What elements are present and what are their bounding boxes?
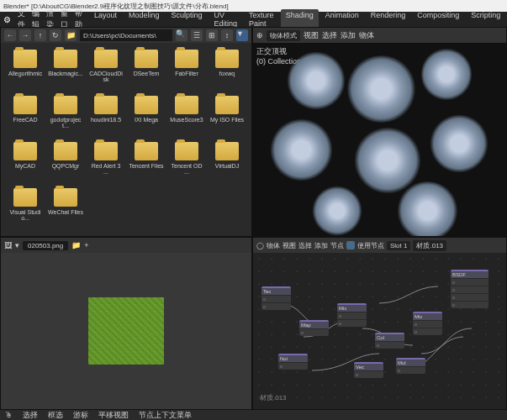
refresh-button[interactable]: ↻ xyxy=(50,29,61,41)
folder-item[interactable]: houdini18.5 xyxy=(87,94,125,139)
folder-label: CADCloudDisk xyxy=(88,71,124,82)
back-button[interactable]: ← xyxy=(4,29,16,41)
editor-type-icon[interactable]: ◯ xyxy=(256,242,264,249)
folder-grid: AllegorithmicBlackmagic...CADCloudDiskDS… xyxy=(1,43,251,236)
folder-label: Tencent Files xyxy=(129,163,163,169)
folder-item[interactable]: FabFilter xyxy=(167,48,206,92)
up-button[interactable]: ↑ xyxy=(34,29,46,41)
folder-label: My ISO Files xyxy=(210,117,244,123)
folder-item[interactable]: QQPCMgr xyxy=(46,140,85,185)
folder-item[interactable]: MuseScore3 xyxy=(167,94,206,139)
use-nodes-label: 使用节点 xyxy=(357,241,384,250)
material-breadcrumb: 材质.013 xyxy=(260,393,287,402)
viewport-3d[interactable]: 正交顶视(0) Collection xyxy=(253,43,506,237)
folder-label: IXI Mega xyxy=(135,117,158,123)
folder-label: Blackmagic... xyxy=(48,71,83,76)
folder-item[interactable]: DSeeTem xyxy=(127,48,166,92)
node-menu-node[interactable]: 节点 xyxy=(330,241,344,250)
top-menu-bar: ⚙ 文件 编辑 渲染 窗口 帮助 Layout Modeling Sculpti… xyxy=(0,12,507,27)
shader-node[interactable]: Noi○ xyxy=(278,354,308,370)
shader-node[interactable]: Vec○ xyxy=(354,362,383,378)
folder-icon xyxy=(215,50,239,68)
status-bar: 🖱 选择 框选 游标 平移视图 节点上下文菜单 xyxy=(0,410,507,420)
vp-menu-view[interactable]: 视图 xyxy=(304,30,319,41)
node-editor-pane: ◯ 物体 视图 选择 添加 节点 使用节点 Slot 1 材质.013 Tex○… xyxy=(252,237,507,410)
folder-label: FabFilter xyxy=(175,71,198,76)
status-cursor: 游标 xyxy=(73,410,88,421)
folder-icon xyxy=(175,50,198,68)
folder-icon xyxy=(54,188,77,207)
status-box: 框选 xyxy=(48,410,63,421)
folder-icon xyxy=(94,142,118,160)
folder-icon xyxy=(175,96,198,114)
vp-menu-object[interactable]: 物体 xyxy=(359,30,374,41)
folder-icon xyxy=(54,50,77,68)
folder-item[interactable]: Allegorithmic xyxy=(6,48,45,92)
node-menu-view[interactable]: 视图 xyxy=(283,241,296,250)
folder-label: godotproject... xyxy=(48,117,83,129)
mode-dropdown[interactable]: 物体模式 xyxy=(267,30,300,41)
use-nodes-checkbox[interactable] xyxy=(346,241,355,249)
folder-item[interactable]: MyCAD xyxy=(6,140,45,185)
folder-item[interactable]: Tencent OD ... xyxy=(167,140,206,185)
material-dropdown[interactable]: 材质.013 xyxy=(413,240,446,251)
filter-icon[interactable]: ▼ xyxy=(236,29,248,41)
folder-icon xyxy=(94,96,118,114)
path-input[interactable]: D:\Users\pc\Documents\ xyxy=(80,29,172,41)
viewport-pane: ⊕ 物体模式 视图 选择 添加 物体 正交顶视(0) Collection xyxy=(252,27,507,237)
shader-node[interactable]: Mix○○ xyxy=(337,303,367,327)
folder-icon xyxy=(13,142,37,160)
image-canvas[interactable] xyxy=(1,253,251,409)
folder-icon xyxy=(135,96,158,114)
vp-menu-select[interactable]: 选择 xyxy=(322,30,337,41)
folder-item[interactable]: Tencent Files xyxy=(127,140,166,185)
folder-icon xyxy=(215,96,239,114)
shader-node[interactable]: Map○ xyxy=(299,320,329,336)
status-plane: 平移视图 xyxy=(98,410,129,421)
image-browse-icon[interactable]: 📁 xyxy=(71,241,81,249)
editor-type-icon[interactable]: ⊕ xyxy=(256,31,263,39)
folder-item[interactable]: Visual Studio... xyxy=(6,186,45,231)
new-folder-button[interactable]: 📁 xyxy=(65,29,77,41)
folder-item[interactable]: My ISO Files xyxy=(208,94,246,139)
image-editor-header: 🖼 ▾ 020503.png 📁 + xyxy=(1,238,251,253)
folder-item[interactable]: Red Alert 3 ... xyxy=(87,140,125,185)
folder-label: VirtualDJ xyxy=(215,163,239,169)
shader-node[interactable]: Mul○ xyxy=(396,358,425,374)
file-browser-header: ← → ↑ ↻ 📁 D:\Users\pc\Documents\ 🔍 ☰ ⊞ ↕… xyxy=(1,28,251,43)
image-view-menu[interactable]: ▾ xyxy=(15,241,19,249)
shader-node[interactable]: Col○ xyxy=(375,333,404,349)
folder-icon xyxy=(215,142,239,160)
image-filename[interactable]: 020503.png xyxy=(23,241,68,250)
shader-node[interactable]: Mix○○ xyxy=(413,312,442,335)
folder-item[interactable]: godotproject... xyxy=(46,94,85,139)
folder-item[interactable]: Blackmagic... xyxy=(46,48,85,92)
node-menu-select[interactable]: 选择 xyxy=(298,241,312,250)
folder-icon xyxy=(54,96,77,114)
shader-node[interactable]: Tex○○ xyxy=(261,286,291,310)
slot-dropdown[interactable]: Slot 1 xyxy=(387,241,410,250)
folder-item[interactable]: CADCloudDisk xyxy=(87,48,125,92)
view-grid-icon[interactable]: ⊞ xyxy=(206,29,218,41)
search-icon[interactable]: 🔍 xyxy=(176,29,187,41)
sort-icon[interactable]: ↕ xyxy=(221,29,233,41)
folder-icon xyxy=(135,142,158,160)
shader-node[interactable]: BSDF○○○○ xyxy=(451,270,489,308)
node-type-dropdown[interactable]: 物体 xyxy=(267,241,280,250)
node-graph[interactable]: Tex○○ Map○ Mix○○ Col○ Mix○○ BSDF○○○○ Noi… xyxy=(253,253,506,409)
folder-item[interactable]: foxwq xyxy=(208,48,246,92)
folder-icon xyxy=(135,50,158,68)
folder-item[interactable]: FreeCAD xyxy=(6,94,45,139)
node-menu-add[interactable]: 添加 xyxy=(314,241,328,250)
vp-menu-add[interactable]: 添加 xyxy=(341,30,356,41)
folder-icon xyxy=(94,50,118,68)
view-list-icon[interactable]: ☰ xyxy=(191,29,203,41)
folder-item[interactable]: VirtualDJ xyxy=(208,140,246,185)
folder-icon xyxy=(13,188,37,207)
forward-button[interactable]: → xyxy=(19,29,31,41)
image-new-icon[interactable]: + xyxy=(84,241,88,249)
editor-type-icon[interactable]: 🖼 xyxy=(4,241,12,249)
folder-item[interactable]: WeChat Files xyxy=(46,186,85,231)
file-browser-pane: ← → ↑ ↻ 📁 D:\Users\pc\Documents\ 🔍 ☰ ⊞ ↕… xyxy=(0,27,252,237)
folder-item[interactable]: IXI Mega xyxy=(127,94,166,139)
